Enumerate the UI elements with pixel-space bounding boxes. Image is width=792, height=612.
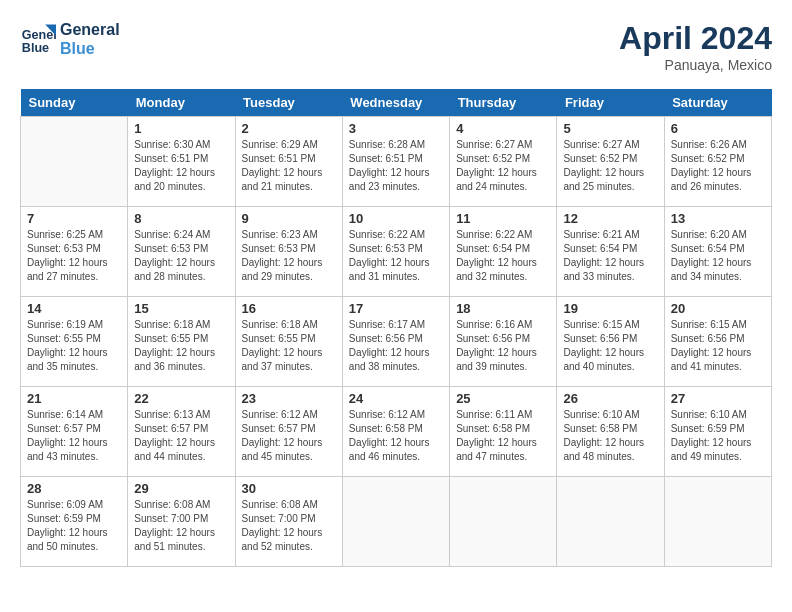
day-number: 22 [134,391,228,406]
day-number: 23 [242,391,336,406]
day-info: Sunrise: 6:16 AMSunset: 6:56 PMDaylight:… [456,318,550,374]
day-info: Sunrise: 6:24 AMSunset: 6:53 PMDaylight:… [134,228,228,284]
day-info: Sunrise: 6:25 AMSunset: 6:53 PMDaylight:… [27,228,121,284]
calendar-cell: 22Sunrise: 6:13 AMSunset: 6:57 PMDayligh… [128,387,235,477]
day-info: Sunrise: 6:17 AMSunset: 6:56 PMDaylight:… [349,318,443,374]
day-info: Sunrise: 6:26 AMSunset: 6:52 PMDaylight:… [671,138,765,194]
day-number: 19 [563,301,657,316]
day-info: Sunrise: 6:12 AMSunset: 6:58 PMDaylight:… [349,408,443,464]
calendar-cell: 6Sunrise: 6:26 AMSunset: 6:52 PMDaylight… [664,117,771,207]
weekday-header-wednesday: Wednesday [342,89,449,117]
calendar-cell: 7Sunrise: 6:25 AMSunset: 6:53 PMDaylight… [21,207,128,297]
calendar-cell [21,117,128,207]
day-number: 16 [242,301,336,316]
calendar-cell: 25Sunrise: 6:11 AMSunset: 6:58 PMDayligh… [450,387,557,477]
logo-icon: General Blue [20,21,56,57]
day-info: Sunrise: 6:08 AMSunset: 7:00 PMDaylight:… [134,498,228,554]
calendar-cell: 8Sunrise: 6:24 AMSunset: 6:53 PMDaylight… [128,207,235,297]
day-info: Sunrise: 6:18 AMSunset: 6:55 PMDaylight:… [242,318,336,374]
weekday-header-sunday: Sunday [21,89,128,117]
calendar-cell: 17Sunrise: 6:17 AMSunset: 6:56 PMDayligh… [342,297,449,387]
calendar-cell: 24Sunrise: 6:12 AMSunset: 6:58 PMDayligh… [342,387,449,477]
week-row-5: 28Sunrise: 6:09 AMSunset: 6:59 PMDayligh… [21,477,772,567]
day-info: Sunrise: 6:29 AMSunset: 6:51 PMDaylight:… [242,138,336,194]
calendar-cell: 15Sunrise: 6:18 AMSunset: 6:55 PMDayligh… [128,297,235,387]
day-info: Sunrise: 6:23 AMSunset: 6:53 PMDaylight:… [242,228,336,284]
calendar-table: SundayMondayTuesdayWednesdayThursdayFrid… [20,89,772,567]
calendar-cell: 2Sunrise: 6:29 AMSunset: 6:51 PMDaylight… [235,117,342,207]
day-number: 5 [563,121,657,136]
day-info: Sunrise: 6:18 AMSunset: 6:55 PMDaylight:… [134,318,228,374]
day-number: 27 [671,391,765,406]
day-info: Sunrise: 6:20 AMSunset: 6:54 PMDaylight:… [671,228,765,284]
calendar-cell: 21Sunrise: 6:14 AMSunset: 6:57 PMDayligh… [21,387,128,477]
day-info: Sunrise: 6:27 AMSunset: 6:52 PMDaylight:… [563,138,657,194]
calendar-header-row: SundayMondayTuesdayWednesdayThursdayFrid… [21,89,772,117]
weekday-header-monday: Monday [128,89,235,117]
day-number: 30 [242,481,336,496]
calendar-cell: 1Sunrise: 6:30 AMSunset: 6:51 PMDaylight… [128,117,235,207]
day-number: 20 [671,301,765,316]
day-number: 17 [349,301,443,316]
svg-text:Blue: Blue [22,41,49,55]
day-info: Sunrise: 6:22 AMSunset: 6:54 PMDaylight:… [456,228,550,284]
day-number: 14 [27,301,121,316]
day-number: 9 [242,211,336,226]
day-number: 18 [456,301,550,316]
calendar-cell: 27Sunrise: 6:10 AMSunset: 6:59 PMDayligh… [664,387,771,477]
week-row-2: 7Sunrise: 6:25 AMSunset: 6:53 PMDaylight… [21,207,772,297]
day-number: 2 [242,121,336,136]
calendar-cell: 19Sunrise: 6:15 AMSunset: 6:56 PMDayligh… [557,297,664,387]
location-subtitle: Panuaya, Mexico [619,57,772,73]
calendar-cell: 13Sunrise: 6:20 AMSunset: 6:54 PMDayligh… [664,207,771,297]
title-area: April 2024 Panuaya, Mexico [619,20,772,73]
calendar-cell: 18Sunrise: 6:16 AMSunset: 6:56 PMDayligh… [450,297,557,387]
day-number: 29 [134,481,228,496]
day-info: Sunrise: 6:12 AMSunset: 6:57 PMDaylight:… [242,408,336,464]
day-number: 26 [563,391,657,406]
day-info: Sunrise: 6:19 AMSunset: 6:55 PMDaylight:… [27,318,121,374]
calendar-cell: 12Sunrise: 6:21 AMSunset: 6:54 PMDayligh… [557,207,664,297]
day-number: 21 [27,391,121,406]
calendar-cell [450,477,557,567]
logo-text-general: General [60,20,120,39]
month-year-title: April 2024 [619,20,772,57]
day-info: Sunrise: 6:14 AMSunset: 6:57 PMDaylight:… [27,408,121,464]
calendar-cell: 20Sunrise: 6:15 AMSunset: 6:56 PMDayligh… [664,297,771,387]
day-number: 12 [563,211,657,226]
day-info: Sunrise: 6:15 AMSunset: 6:56 PMDaylight:… [563,318,657,374]
day-info: Sunrise: 6:10 AMSunset: 6:58 PMDaylight:… [563,408,657,464]
logo: General Blue General Blue [20,20,120,58]
day-number: 11 [456,211,550,226]
day-info: Sunrise: 6:22 AMSunset: 6:53 PMDaylight:… [349,228,443,284]
calendar-cell: 10Sunrise: 6:22 AMSunset: 6:53 PMDayligh… [342,207,449,297]
day-info: Sunrise: 6:09 AMSunset: 6:59 PMDaylight:… [27,498,121,554]
calendar-cell: 30Sunrise: 6:08 AMSunset: 7:00 PMDayligh… [235,477,342,567]
weekday-header-friday: Friday [557,89,664,117]
calendar-cell: 11Sunrise: 6:22 AMSunset: 6:54 PMDayligh… [450,207,557,297]
calendar-cell: 29Sunrise: 6:08 AMSunset: 7:00 PMDayligh… [128,477,235,567]
calendar-cell: 28Sunrise: 6:09 AMSunset: 6:59 PMDayligh… [21,477,128,567]
day-info: Sunrise: 6:21 AMSunset: 6:54 PMDaylight:… [563,228,657,284]
day-info: Sunrise: 6:11 AMSunset: 6:58 PMDaylight:… [456,408,550,464]
calendar-cell: 23Sunrise: 6:12 AMSunset: 6:57 PMDayligh… [235,387,342,477]
day-info: Sunrise: 6:08 AMSunset: 7:00 PMDaylight:… [242,498,336,554]
week-row-1: 1Sunrise: 6:30 AMSunset: 6:51 PMDaylight… [21,117,772,207]
day-number: 13 [671,211,765,226]
day-number: 6 [671,121,765,136]
day-number: 15 [134,301,228,316]
day-info: Sunrise: 6:30 AMSunset: 6:51 PMDaylight:… [134,138,228,194]
calendar-cell: 5Sunrise: 6:27 AMSunset: 6:52 PMDaylight… [557,117,664,207]
day-info: Sunrise: 6:27 AMSunset: 6:52 PMDaylight:… [456,138,550,194]
day-info: Sunrise: 6:10 AMSunset: 6:59 PMDaylight:… [671,408,765,464]
calendar-cell: 3Sunrise: 6:28 AMSunset: 6:51 PMDaylight… [342,117,449,207]
day-number: 24 [349,391,443,406]
day-info: Sunrise: 6:28 AMSunset: 6:51 PMDaylight:… [349,138,443,194]
day-number: 4 [456,121,550,136]
day-number: 1 [134,121,228,136]
day-number: 25 [456,391,550,406]
day-info: Sunrise: 6:13 AMSunset: 6:57 PMDaylight:… [134,408,228,464]
day-number: 7 [27,211,121,226]
calendar-cell [557,477,664,567]
calendar-cell [342,477,449,567]
